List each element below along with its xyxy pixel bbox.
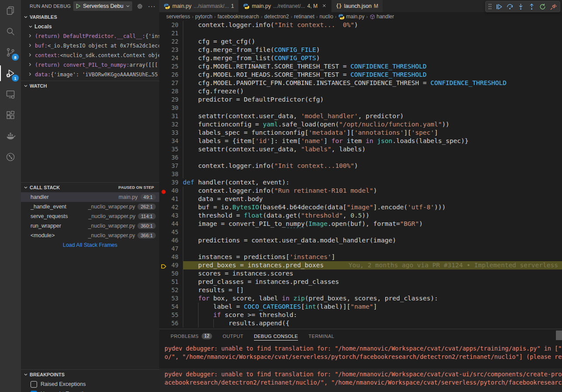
code-line[interactable]: 27 cfg.MODEL.PANOPTIC_FPN.COMBINE.INSTAN… — [159, 79, 562, 87]
debug-step-into-button[interactable] — [515, 1, 526, 12]
activity-item-remote-explorer[interactable] — [0, 84, 21, 105]
code-line[interactable]: 32 functionconfig = yaml.safe_load(open(… — [159, 120, 562, 129]
editor-gutter[interactable]: 24 — [159, 54, 183, 62]
variable-row[interactable]: (return) convert_PIL_to_numpy: array([[[… — [21, 60, 159, 70]
editor-gutter[interactable]: 27 — [159, 79, 183, 87]
editor-tab-launch-json[interactable]: {}launch.jsonM — [332, 0, 383, 12]
activity-item-search[interactable] — [0, 21, 21, 42]
code-line[interactable]: 53 for box, score, label in zip(pred_box… — [159, 294, 562, 303]
code-line[interactable]: 24 cfg.merge_from_list(CONFIG_OPTS) — [159, 54, 562, 62]
editor-gutter[interactable]: 50 — [159, 269, 183, 278]
editor-gutter[interactable]: 53 — [159, 294, 183, 303]
code-editor[interactable]: 20 context.logger.info("Init context... … — [159, 21, 562, 329]
call-stack-section-header[interactable]: CALL STACK PAUSED ON STEP — [21, 183, 159, 192]
code-line[interactable]: 44 image = convert_PIL_to_numpy(Image.op… — [159, 220, 562, 228]
code-line[interactable]: 35 setattr(context.user_data, "labels", … — [159, 145, 562, 153]
editor-gutter[interactable]: 29 — [159, 95, 183, 104]
code-line[interactable]: 48 instances = predictions['instances'] — [159, 253, 562, 261]
code-line[interactable]: 43 threshold = float(data.get("threshold… — [159, 211, 562, 220]
editor-gutter[interactable]: 40 — [159, 187, 183, 195]
activity-item-source-control[interactable]: 8 — [0, 42, 21, 63]
editor-gutter[interactable]: 51 — [159, 278, 183, 286]
activity-item-extensions[interactable] — [0, 105, 21, 126]
panel-scrollbar[interactable] — [556, 331, 562, 340]
breakpoint-row[interactable]: Raised Exceptions — [21, 379, 159, 389]
code-line[interactable]: 37 context.logger.info("Init context...1… — [159, 162, 562, 170]
code-line[interactable]: 22 cfg = get_cfg() — [159, 37, 562, 46]
breakpoint-row[interactable]: Uncaught Exceptions — [21, 389, 159, 392]
more-actions-icon[interactable]: ··· — [147, 1, 157, 11]
launch-config-dropdown[interactable]: Serverless Debu — [73, 1, 132, 11]
editor-gutter[interactable]: 44 — [159, 220, 183, 228]
activity-item-git-graph[interactable] — [0, 147, 21, 167]
code-line[interactable]: 40 context.logger.info("Run retinanet-R1… — [159, 187, 562, 195]
code-line[interactable]: 29 predictor = DefaultPredictor(cfg) — [159, 95, 562, 104]
variable-row[interactable]: (return) DefaultPredictor.__call__: {'in… — [21, 31, 159, 41]
editor-gutter[interactable]: 34 — [159, 137, 183, 145]
code-line[interactable]: 21 — [159, 29, 562, 37]
editor-gutter[interactable]: 25 — [159, 62, 183, 71]
code-line[interactable]: 25 cfg.MODEL.RETINANET.SCORE_THRESH_TEST… — [159, 62, 562, 71]
editor-gutter[interactable]: 38 — [159, 170, 183, 178]
load-all-stack-frames-link[interactable]: Load All Stack Frames — [21, 242, 159, 248]
debug-step-out-button[interactable] — [526, 1, 537, 12]
breadcrumb-item-detectron2[interactable]: detectron2 — [264, 14, 289, 20]
editor-gutter[interactable]: 31 — [159, 112, 183, 120]
variable-row[interactable]: buf: <_io.BytesIO object at 0x7f5a2dc1ec… — [21, 41, 159, 51]
debug-step-over-button[interactable] — [504, 1, 515, 12]
code-line[interactable]: 42 buf = io.BytesIO(base64.b64decode(dat… — [159, 203, 562, 211]
editor-gutter[interactable]: 22 — [159, 37, 183, 46]
editor-gutter[interactable]: 33 — [159, 129, 183, 137]
toolbar-grip-handle[interactable] — [487, 3, 493, 10]
debug-restart-button[interactable] — [537, 1, 548, 12]
code-line[interactable]: 33 labels_spec = functionconfig['metadat… — [159, 129, 562, 137]
editor-gutter[interactable]: 28 — [159, 87, 183, 95]
locals-scope[interactable]: Locals — [21, 22, 159, 31]
variable-row[interactable]: context: <nuclio_sdk.context.Context obj… — [21, 51, 159, 60]
activity-item-run-and-debug[interactable]: 1 — [0, 63, 21, 84]
editor-gutter[interactable]: 35 — [159, 145, 183, 153]
editor-gutter[interactable]: 43 — [159, 211, 183, 220]
panel-tab-terminal[interactable]: TERMINAL — [308, 329, 334, 343]
breakpoint-checkbox[interactable] — [31, 381, 37, 388]
activity-item-explorer[interactable] — [0, 0, 21, 21]
code-line[interactable]: 34 labels = {item['id']: item['name'] fo… — [159, 137, 562, 145]
stack-frame-row[interactable]: handlermain.py49:1 — [21, 192, 159, 202]
code-line[interactable]: 50 scores = instances.scores — [159, 269, 562, 278]
breadcrumb-item-handler[interactable]: handler — [370, 14, 394, 20]
editor-gutter[interactable]: 47 — [159, 245, 183, 253]
stack-frame-row[interactable]: <module>_nuclio_wrapper.py366:1 — [21, 231, 159, 240]
editor-gutter[interactable]: 54 — [159, 303, 183, 311]
activity-item-docker[interactable] — [0, 126, 21, 147]
code-line[interactable]: 36 — [159, 153, 562, 162]
code-line[interactable]: 41 data = event.body — [159, 195, 562, 203]
breadcrumb-item-main-py[interactable]: main.py — [338, 14, 364, 20]
code-line[interactable]: 47 — [159, 245, 562, 253]
editor-gutter[interactable]: 23 — [159, 46, 183, 54]
editor-gutter[interactable]: 20 — [159, 21, 183, 29]
panel-tab-debug-console[interactable]: DEBUG CONSOLE — [254, 329, 298, 343]
breadcrumb-item-nuclio[interactable]: nuclio — [319, 14, 333, 20]
editor-gutter[interactable]: 41 — [159, 195, 183, 203]
editor-gutter[interactable]: 49 — [159, 261, 183, 269]
breadcrumb-item-pytorch[interactable]: pytorch — [195, 14, 212, 20]
variable-row[interactable]: data: {'image': 'iVBORw0KGgoAAAANSUhE…55 — [21, 70, 159, 79]
debug-disconnect-button[interactable] — [548, 1, 559, 12]
code-line[interactable]: 30 — [159, 104, 562, 112]
editor-gutter[interactable]: 42 — [159, 203, 183, 211]
panel-tab-problems[interactable]: PROBLEMS12 — [171, 329, 212, 343]
breakpoint-checkbox[interactable] — [31, 391, 37, 392]
editor-gutter[interactable]: 26 — [159, 71, 183, 79]
code-line[interactable]: 38 — [159, 170, 562, 178]
editor-gutter[interactable]: 56 — [159, 319, 183, 327]
code-line[interactable]: 55 if score >= threshold: — [159, 311, 562, 319]
editor-gutter[interactable]: 45 — [159, 228, 183, 236]
panel-tab-output[interactable]: OUTPUT — [223, 329, 243, 343]
close-icon[interactable] — [322, 3, 327, 10]
gear-icon[interactable] — [135, 1, 144, 11]
breakpoints-section-header[interactable]: BREAKPOINTS — [21, 370, 159, 379]
stack-frame-row[interactable]: run_wrapper_nuclio_wrapper.py360:1 — [21, 221, 159, 231]
editor-tab-main-py[interactable]: main.py.../siammask/...1 — [159, 0, 239, 12]
code-line[interactable]: 49 pred_boxes = instances.pred_boxesYou,… — [159, 261, 562, 269]
editor-gutter[interactable]: 39 — [159, 178, 183, 187]
